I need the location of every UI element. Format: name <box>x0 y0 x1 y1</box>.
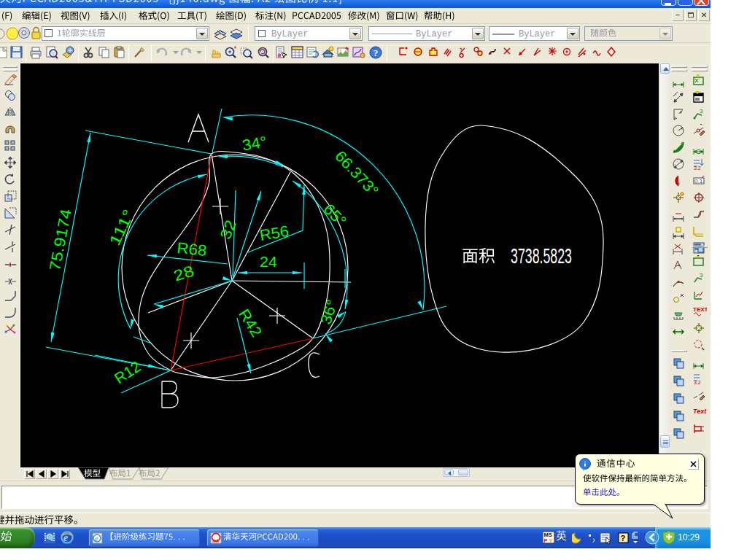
svg-text:3.2: 3.2 <box>694 166 701 171</box>
svg-text:R56: R56 <box>258 222 290 244</box>
svg-text:Y: Y <box>549 537 553 544</box>
svg-text:32: 32 <box>217 217 239 241</box>
svg-text:66.373°: 66.373° <box>332 147 382 199</box>
svg-text:34°: 34° <box>241 133 268 154</box>
svg-text:3: 3 <box>700 108 703 114</box>
svg-text:0.1: 0.1 <box>694 178 703 184</box>
svg-text:65°: 65° <box>320 200 349 229</box>
svg-text:R68: R68 <box>176 239 207 259</box>
svg-text:Text: Text <box>693 408 707 415</box>
svg-text:24: 24 <box>260 253 277 270</box>
svg-text:3.2: 3.2 <box>694 380 701 385</box>
svg-text:111°: 111° <box>106 206 137 248</box>
svg-text:R42: R42 <box>236 306 266 340</box>
svg-text:28: 28 <box>171 262 196 284</box>
svg-text:e: e <box>95 534 98 542</box>
svg-text:TEXT: TEXT <box>693 306 707 313</box>
svg-text:3738.5823: 3738.5823 <box>511 244 572 268</box>
svg-text:?: ? <box>621 534 626 542</box>
svg-text:?: ? <box>374 47 379 58</box>
svg-text:3: 3 <box>700 272 703 279</box>
svg-text:R12: R12 <box>112 358 144 387</box>
svg-text:P: P <box>544 537 548 544</box>
svg-text:36°: 36° <box>317 298 340 326</box>
